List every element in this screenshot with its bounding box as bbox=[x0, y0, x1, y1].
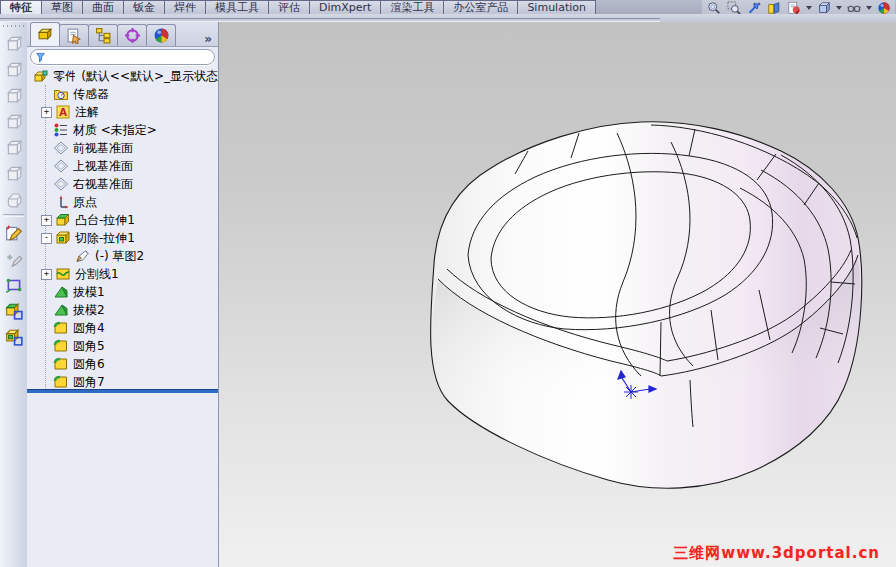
zoom-to-area-button[interactable] bbox=[725, 1, 742, 15]
view-cube-3-button[interactable] bbox=[3, 82, 25, 107]
feature-filter-box[interactable] bbox=[30, 49, 215, 65]
tree-item-label: 材质 <未指定> bbox=[73, 122, 157, 139]
rotate-view-button[interactable] bbox=[745, 1, 762, 15]
tree-item-9[interactable]: -切除-拉伸1 bbox=[27, 229, 218, 247]
svg-text:A: A bbox=[59, 107, 67, 118]
tree-item-11[interactable]: +分割线1 bbox=[27, 265, 218, 283]
propertymanager-tab[interactable] bbox=[59, 24, 89, 46]
filter-input[interactable] bbox=[50, 52, 210, 63]
graycube-icon bbox=[5, 112, 23, 130]
annotations-icon: A bbox=[55, 104, 71, 120]
apply-scene-button[interactable] bbox=[875, 1, 892, 15]
fm-tree-icon bbox=[37, 26, 54, 43]
origin-icon bbox=[53, 194, 69, 210]
funnel-icon bbox=[35, 52, 46, 63]
tree-item-label: 圆角6 bbox=[73, 356, 105, 373]
tree-item-2[interactable]: +A注解 bbox=[27, 103, 218, 121]
graycube-round-icon bbox=[5, 190, 23, 208]
section-icon bbox=[767, 1, 781, 15]
view-cube-4-button[interactable] bbox=[3, 108, 25, 133]
section-view-button[interactable] bbox=[765, 1, 782, 15]
sketch-icon bbox=[75, 248, 91, 264]
feature-tree: 零件4(默认<<默认>_显示状态传感器+A注解材质 <未指定>前视基准面上视基准… bbox=[27, 67, 218, 391]
zoom-to-fit-button[interactable] bbox=[705, 1, 722, 15]
appearance-button[interactable] bbox=[785, 1, 802, 15]
ribbon-tab-9[interactable]: 渲染工具 bbox=[380, 0, 444, 14]
dimxpertmanager-tab[interactable] bbox=[117, 24, 147, 46]
tree-item-16[interactable]: 圆角6 bbox=[27, 355, 218, 373]
view-cube-1-button[interactable] bbox=[3, 30, 25, 55]
graycube-icon bbox=[5, 60, 23, 78]
hide-show-items-button[interactable] bbox=[845, 1, 862, 15]
add-sketch-button[interactable] bbox=[3, 246, 25, 271]
view-cube-5-button[interactable] bbox=[3, 134, 25, 159]
fillet-icon bbox=[53, 338, 69, 354]
expand-plus-box[interactable]: + bbox=[41, 269, 52, 280]
tree-item-label: 拔模1 bbox=[73, 284, 105, 301]
view-cube-6-button[interactable] bbox=[3, 160, 25, 185]
ribbon-tab-label: 办公室产品 bbox=[453, 0, 508, 15]
part-icon bbox=[33, 68, 49, 84]
appearance-button-dropdown-arrow[interactable] bbox=[806, 6, 812, 10]
tree-item-6[interactable]: 右视基准面 bbox=[27, 175, 218, 193]
tree-item-4[interactable]: 前视基准面 bbox=[27, 139, 218, 157]
featuremanager-tab[interactable] bbox=[30, 22, 60, 46]
tree-item-label: 零件4 bbox=[53, 68, 75, 85]
fillet-icon bbox=[53, 374, 69, 390]
model-3d-view[interactable] bbox=[219, 22, 896, 567]
ribbon-tab-7[interactable]: 评估 bbox=[268, 0, 310, 14]
boss-extrude-tool-button[interactable] bbox=[3, 298, 25, 323]
rollback-bar[interactable] bbox=[27, 389, 218, 393]
ribbon-tab-10[interactable]: 办公室产品 bbox=[443, 0, 518, 14]
tree-item-13[interactable]: 拔模2 bbox=[27, 301, 218, 319]
cut-extrude-tool-button[interactable] bbox=[3, 324, 25, 349]
ribbon-tab-label: 渲染工具 bbox=[390, 0, 434, 15]
tree-item-label: 右视基准面 bbox=[73, 176, 133, 193]
fillet-icon bbox=[53, 374, 69, 390]
tree-item-label: 切除-拉伸1 bbox=[75, 230, 135, 247]
expand-plus-box[interactable]: + bbox=[41, 107, 52, 118]
ribbon-tab-6[interactable]: 模具工具 bbox=[205, 0, 269, 14]
tree-item-8[interactable]: +凸台-拉伸1 bbox=[27, 211, 218, 229]
material-icon bbox=[53, 122, 69, 138]
tree-item-1[interactable]: 传感器 bbox=[27, 85, 218, 103]
ribbon-tab-label: 特征 bbox=[10, 0, 32, 15]
tree-item-label: 前视基准面 bbox=[73, 140, 133, 157]
tree-item-7[interactable]: 原点 bbox=[27, 193, 218, 211]
ribbon-tab-8[interactable]: DimXpert bbox=[309, 0, 381, 14]
expand-plus-box[interactable]: + bbox=[41, 215, 52, 226]
ribbon-tab-3[interactable]: 曲面 bbox=[82, 0, 124, 14]
tree-item-12[interactable]: 拔模1 bbox=[27, 283, 218, 301]
configurationmanager-tab[interactable] bbox=[88, 24, 118, 46]
ribbon-tab-11[interactable]: Simulation bbox=[517, 0, 596, 14]
cut-extrude-icon bbox=[55, 230, 71, 246]
ribbon-tab-4[interactable]: 钣金 bbox=[123, 0, 165, 14]
watermark-text: 三维网www.3dportal.cn bbox=[673, 544, 880, 563]
view-cube-iso-button[interactable] bbox=[3, 186, 25, 211]
tree-item-14[interactable]: 圆角4 bbox=[27, 319, 218, 337]
tree-item-label: 凸台-拉伸1 bbox=[75, 212, 135, 229]
display-style-button-dropdown-arrow[interactable] bbox=[836, 6, 842, 10]
tree-item-3[interactable]: 材质 <未指定> bbox=[27, 121, 218, 139]
fillet-icon bbox=[53, 338, 69, 354]
zoom-area-icon bbox=[727, 1, 741, 15]
tree-item-10[interactable]: (-) 草图2 bbox=[27, 247, 218, 265]
material-icon bbox=[53, 122, 69, 138]
toolbar-separator bbox=[3, 214, 24, 217]
edit-sketch-button[interactable] bbox=[3, 220, 25, 245]
panel-tabs-overflow-button[interactable]: » bbox=[204, 32, 212, 46]
tree-root-part[interactable]: 零件4(默认<<默认>_显示状态 bbox=[27, 67, 218, 85]
displaymanager-tab[interactable] bbox=[146, 24, 176, 46]
ribbon-tab-2[interactable]: 草图 bbox=[41, 0, 83, 14]
hide-show-items-button-dropdown-arrow[interactable] bbox=[866, 6, 872, 10]
tree-item-5[interactable]: 上视基准面 bbox=[27, 157, 218, 175]
ribbon-tab-5[interactable]: 焊件 bbox=[164, 0, 206, 14]
convert-entities-button[interactable] bbox=[3, 272, 25, 297]
split-line-icon bbox=[55, 266, 71, 282]
ribbon-tab-1[interactable]: 特征 bbox=[0, 0, 42, 14]
tree-item-15[interactable]: 圆角5 bbox=[27, 337, 218, 355]
view-cube-2-button[interactable] bbox=[3, 56, 25, 81]
display-style-button[interactable] bbox=[815, 1, 832, 15]
collapse-minus-box[interactable]: - bbox=[41, 233, 52, 244]
graphics-viewport[interactable]: 三维网www.3dportal.cn bbox=[219, 22, 896, 567]
